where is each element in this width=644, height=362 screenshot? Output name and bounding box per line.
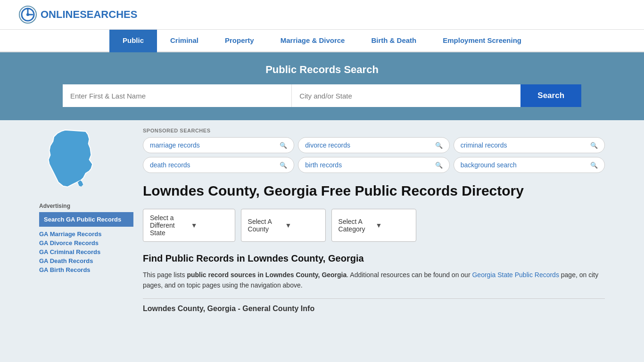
ad-label: Advertising	[39, 203, 133, 209]
ad-link-death[interactable]: GA Death Records	[39, 257, 133, 264]
search-button[interactable]: Search	[520, 84, 581, 107]
search-icon-death: 🔍	[280, 162, 287, 169]
tag-birth-label: birth records	[305, 161, 342, 169]
section-divider	[143, 298, 605, 299]
main-container: Advertising Search GA Public Records GA …	[30, 120, 614, 321]
tag-birth[interactable]: birth records 🔍	[298, 157, 449, 173]
location-input[interactable]	[292, 84, 520, 107]
site-header: ONLINESEARCHES	[0, 0, 644, 30]
tag-marriage[interactable]: marriage records 🔍	[143, 137, 294, 153]
logo-accent: SEARCHES	[80, 8, 137, 20]
tag-divorce-label: divorce records	[305, 141, 350, 149]
county-dropdown-label: Select A County	[248, 218, 281, 233]
find-desc-2: . Additional resources can be found on o…	[347, 271, 472, 279]
logo[interactable]: ONLINESEARCHES	[19, 6, 137, 24]
state-map	[39, 128, 133, 195]
tag-divorce[interactable]: divorce records 🔍	[298, 137, 449, 153]
sponsored-label: SPONSORED SEARCHES	[143, 128, 605, 133]
state-records-link[interactable]: Georgia State Public Records	[472, 271, 559, 279]
find-bold: public record sources in Lowndes County,…	[187, 271, 347, 279]
ad-section: Advertising Search GA Public Records GA …	[39, 203, 133, 273]
logo-plain: ONLINE	[41, 8, 80, 20]
ad-link-criminal[interactable]: GA Criminal Records	[39, 248, 133, 255]
tag-background-label: background search	[461, 161, 517, 169]
logo-text: ONLINESEARCHES	[41, 8, 137, 21]
state-dropdown[interactable]: Select a Different State ▼	[143, 209, 235, 242]
state-dropdown-label: Select a Different State	[150, 214, 187, 237]
state-dropdown-arrow: ▼	[191, 222, 228, 229]
sidebar: Advertising Search GA Public Records GA …	[39, 128, 133, 313]
tag-background[interactable]: background search 🔍	[454, 157, 605, 173]
ad-link-marriage[interactable]: GA Marriage Records	[39, 230, 133, 238]
find-title: Find Public Records in Lowndes County, G…	[143, 253, 605, 264]
name-input[interactable]	[63, 84, 292, 107]
county-dropdown[interactable]: Select A County ▼	[241, 209, 326, 242]
search-icon-birth: 🔍	[435, 162, 443, 169]
ad-link-birth[interactable]: GA Birth Records	[39, 266, 133, 273]
search-banner-title: Public Records Search	[19, 64, 625, 76]
search-icon-divorce: 🔍	[435, 142, 443, 149]
page-title: Lowndes County, Georgia Free Public Reco…	[143, 182, 524, 199]
search-icon-marriage: 🔍	[280, 142, 287, 149]
nav-property[interactable]: Property	[212, 30, 267, 52]
content-area: SPONSORED SEARCHES marriage records 🔍 di…	[143, 128, 605, 313]
search-banner: Public Records Search Search	[0, 52, 644, 120]
svg-point-2	[26, 13, 29, 16]
find-description: This page lists public record sources in…	[143, 270, 605, 291]
tag-criminal-label: criminal records	[461, 141, 507, 149]
category-dropdown-arrow: ▼	[376, 222, 409, 229]
county-info-title: Lowndes County, Georgia - General County…	[143, 304, 605, 313]
tag-criminal[interactable]: criminal records 🔍	[454, 137, 605, 153]
ad-link-divorce[interactable]: GA Divorce Records	[39, 239, 133, 247]
tag-marriage-label: marriage records	[150, 141, 200, 149]
tag-death[interactable]: death records 🔍	[143, 157, 294, 173]
category-dropdown[interactable]: Select A Category ▼	[331, 209, 416, 242]
nav-public[interactable]: Public	[109, 30, 157, 52]
county-dropdown-arrow: ▼	[285, 222, 319, 229]
search-form: Search	[63, 84, 581, 107]
nav-birth-death[interactable]: Birth & Death	[358, 30, 429, 52]
directory-header: Lowndes County, Georgia Free Public Reco…	[143, 182, 605, 199]
nav-employment[interactable]: Employment Screening	[429, 30, 535, 52]
georgia-map	[39, 128, 100, 194]
find-desc-1: This page lists	[143, 271, 187, 279]
logo-icon	[19, 6, 37, 24]
tag-death-label: death records	[150, 161, 190, 169]
ad-main-link[interactable]: Search GA Public Records	[39, 212, 133, 227]
main-nav: Public Criminal Property Marriage & Divo…	[0, 30, 644, 52]
dropdowns-row: Select a Different State ▼ Select A Coun…	[143, 209, 605, 242]
search-icon-background: 🔍	[590, 162, 598, 169]
nav-marriage-divorce[interactable]: Marriage & Divorce	[267, 30, 358, 52]
nav-criminal[interactable]: Criminal	[157, 30, 212, 52]
search-tags: marriage records 🔍 divorce records 🔍 cri…	[143, 137, 605, 173]
search-icon-criminal: 🔍	[590, 142, 598, 149]
category-dropdown-label: Select A Category	[339, 218, 372, 233]
